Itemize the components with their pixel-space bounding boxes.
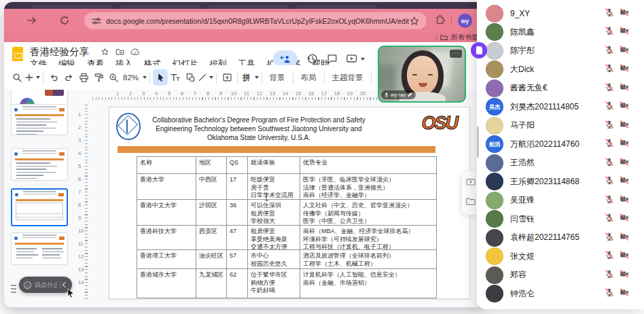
slide-thumbnail-2[interactable]	[11, 104, 68, 135]
participant-row[interactable]: 马子阳	[477, 116, 644, 135]
slide-thumbnail-panel[interactable]	[4, 90, 75, 307]
shape-tool-button[interactable]	[183, 69, 198, 86]
select-tool-button[interactable]	[153, 69, 168, 86]
redo-button[interactable]	[61, 69, 76, 86]
line-tool-button[interactable]	[198, 69, 213, 86]
all-bookmarks-label[interactable]: 所有书签	[451, 33, 478, 42]
camera-muted-icon[interactable]	[620, 101, 629, 113]
table-cell[interactable]: 租房便宜 享受绝美海景 交通不太方便	[248, 226, 300, 250]
table-cell[interactable]: 香港中文大学	[137, 200, 196, 226]
mic-muted-icon[interactable]	[605, 7, 614, 20]
participant-row[interactable]: 钟浩仑	[477, 285, 644, 304]
textbox-tool-button[interactable]	[168, 69, 183, 86]
mic-muted-icon[interactable]	[605, 175, 614, 188]
table-header-cell[interactable]: 名称	[137, 157, 196, 174]
table-cell[interactable]: 香港城市大学	[137, 269, 196, 298]
participant-row[interactable]: 王浩然	[477, 154, 644, 173]
slide-page[interactable]: Collaborative Bachelor's Degree Program …	[109, 107, 470, 299]
layout-button[interactable]: 布局	[296, 73, 321, 83]
table-cell[interactable]: 香港大学	[137, 174, 196, 200]
camera-muted-icon[interactable]	[620, 175, 629, 188]
participant-row[interactable]: 王乐卿2023114868	[477, 173, 644, 192]
mic-muted-icon[interactable]	[605, 26, 614, 38]
table-header-cell[interactable]: QS	[227, 157, 248, 174]
mic-muted-icon[interactable]	[605, 101, 614, 113]
chat-drag-handle[interactable]	[11, 285, 16, 293]
table-cell[interactable]: 商科（MBA、金融、经济学全球排名高） 环境科学（可持续发展研究） 工程与科技（…	[300, 226, 436, 250]
participant-row[interactable]: 昊杰 刘昊杰2021114805	[477, 98, 644, 117]
camera-muted-icon[interactable]	[620, 232, 629, 244]
paint-format-button[interactable]	[91, 69, 106, 86]
present-button[interactable]	[346, 54, 365, 64]
participant-row[interactable]: 酱酱无鱼€	[477, 79, 644, 98]
participant-row[interactable]: 大Dick	[477, 60, 644, 80]
bookmark-star-icon[interactable]	[409, 16, 420, 27]
participant-row[interactable]: 张文煜	[477, 247, 644, 266]
comment-icon[interactable]	[327, 54, 338, 65]
new-slide-button[interactable]	[24, 69, 40, 86]
camera-muted-icon[interactable]	[620, 45, 629, 57]
camera-muted-icon[interactable]	[620, 194, 629, 207]
slide-title[interactable]: Collaborative Bachelor's Degree Program …	[147, 116, 371, 142]
cloud-saved-icon[interactable]	[130, 48, 140, 56]
table-cell[interactable]: 17	[227, 174, 248, 200]
participant-row[interactable]: 陈凯鑫	[477, 23, 644, 42]
zoom-level-select[interactable]: 82%	[121, 69, 147, 86]
share-screen-icon[interactable]	[466, 178, 476, 187]
forward-icon[interactable]	[26, 14, 38, 27]
chat-input-bar[interactable]: 说点什么...	[19, 277, 72, 293]
camera-muted-icon[interactable]	[620, 157, 629, 169]
mic-muted-icon[interactable]	[605, 269, 614, 281]
mic-muted-icon[interactable]	[605, 213, 614, 225]
star-icon[interactable]	[101, 48, 109, 56]
table-cell[interactable]: 医学（牙医、临床医学全球顶尖） 法律（普通法体系，亚洲领先） 商科（经济学、金融…	[300, 174, 436, 200]
mic-muted-icon[interactable]	[605, 120, 614, 132]
table-cell[interactable]: 西贡区	[196, 226, 227, 250]
search-menus-button[interactable]	[10, 69, 24, 86]
table-cell[interactable]: 62	[227, 269, 248, 298]
mic-muted-icon[interactable]	[605, 287, 614, 300]
camera-muted-icon[interactable]	[620, 63, 629, 75]
table-cell[interactable]: 47	[227, 226, 248, 250]
insert-image-button[interactable]	[219, 69, 234, 86]
table-header-cell[interactable]: 优势专业	[300, 157, 436, 174]
participant-row[interactable]: 吴亚锋	[477, 191, 644, 210]
table-cell[interactable]: 57	[227, 250, 248, 269]
mic-muted-icon[interactable]	[605, 250, 614, 262]
camera-muted-icon[interactable]	[620, 287, 629, 300]
extensions-icon[interactable]	[435, 15, 446, 26]
collapse-chat-icon[interactable]	[62, 282, 68, 287]
address-bar[interactable]: docs.google.com/presentation/d/15qxn0R8g…	[84, 12, 427, 29]
camera-muted-icon[interactable]	[620, 82, 629, 94]
slide-thumbnail-4-active[interactable]	[11, 188, 68, 226]
table-cell[interactable]: 酒店及旅游管理（全球排名前列） 工程学（土木、机械工程）	[300, 250, 436, 269]
mic-muted-icon[interactable]	[605, 232, 614, 244]
participant-row[interactable]: 袁梓超2022114765	[477, 228, 644, 247]
camera-muted-icon[interactable]	[620, 138, 629, 150]
table-cell[interactable]: 沙田区	[196, 200, 227, 226]
emoji-icon[interactable]	[23, 281, 32, 290]
table-cell[interactable]: 油尖旺区	[196, 250, 227, 269]
table-header-cell[interactable]: 就读体验	[248, 157, 300, 174]
webcam-name-tag[interactable]: wy rao	[381, 90, 416, 99]
move-folder-icon[interactable]	[115, 48, 124, 56]
pinyin-input-button[interactable]: 拼	[240, 69, 259, 86]
print-button[interactable]	[76, 69, 91, 86]
docs-extension-badge[interactable]	[471, 42, 487, 58]
slide-thumbnail-3[interactable]	[11, 148, 68, 181]
camera-muted-icon[interactable]	[620, 26, 629, 38]
mic-muted-icon[interactable]	[605, 194, 614, 207]
document-title[interactable]: 香港经验分享	[30, 46, 89, 58]
folder-icon[interactable]	[466, 197, 476, 205]
mic-muted-icon[interactable]	[605, 157, 614, 169]
table-cell[interactable]: 可以住深圳 租房便宜 学校很大	[248, 200, 300, 226]
zoom-button[interactable]	[106, 69, 121, 86]
slides-file-icon[interactable]	[12, 47, 23, 61]
mic-muted-icon[interactable]	[605, 82, 614, 94]
webcam-more-button[interactable]: ···	[450, 50, 462, 58]
table-header-cell[interactable]: 地区	[196, 157, 227, 174]
table-cell[interactable]: 计算机科学（人工智能、信息安全） 商科（金融、市场营销）	[300, 269, 436, 298]
camera-muted-icon[interactable]	[620, 213, 629, 225]
browser-profile-avatar[interactable]: wy	[458, 14, 472, 28]
reload-icon[interactable]	[58, 14, 71, 27]
